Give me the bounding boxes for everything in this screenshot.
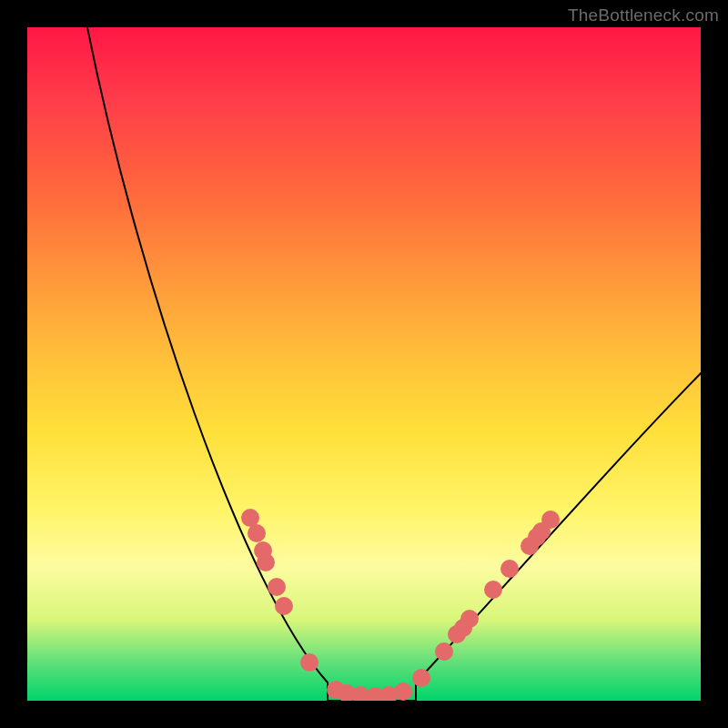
chart-frame xyxy=(27,27,701,701)
bottleneck-curve xyxy=(84,27,701,701)
data-dot xyxy=(541,511,560,529)
watermark-text: TheBottleneck.com xyxy=(568,5,719,25)
data-dot xyxy=(275,597,293,615)
data-dot xyxy=(412,669,430,687)
data-dot xyxy=(257,553,275,571)
data-dot xyxy=(268,578,286,596)
data-dot xyxy=(500,560,519,578)
data-dot xyxy=(460,610,479,628)
data-dot xyxy=(435,642,453,661)
data-dots xyxy=(241,509,560,701)
curve-svg xyxy=(27,27,701,701)
data-dot xyxy=(394,682,412,701)
data-dot xyxy=(248,524,266,542)
data-dot xyxy=(484,581,502,599)
data-dot xyxy=(300,653,318,672)
